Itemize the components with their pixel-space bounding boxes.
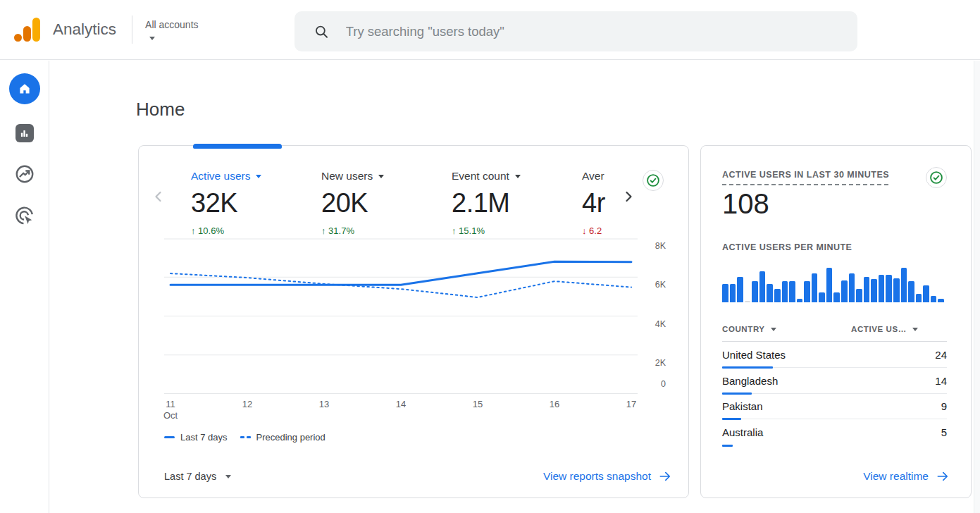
scroll-right-icon[interactable] (620, 188, 637, 205)
search-input[interactable] (345, 23, 850, 40)
minute-bar (819, 292, 825, 302)
x-tick-month-label: Oct (163, 410, 178, 421)
country-column-header[interactable]: COUNTRY (722, 325, 776, 333)
minute-bar (752, 281, 758, 302)
minute-bar (767, 284, 773, 302)
nav-advertising[interactable] (14, 205, 35, 226)
reports-icon (15, 124, 34, 142)
data-quality-icon[interactable] (926, 167, 947, 188)
scroll-left-icon[interactable] (150, 188, 167, 205)
nav-home[interactable] (9, 73, 40, 104)
metric-value: 32K (191, 188, 321, 218)
minute-bar (849, 273, 855, 302)
minute-bar (722, 284, 728, 302)
chevron-down-icon (149, 37, 155, 40)
chevron-down-icon (378, 175, 384, 178)
minute-bar (931, 296, 937, 302)
metrics-carousel: Active users32K↑ 10.6%New users20K↑ 31.7… (150, 170, 637, 236)
minute-bar (886, 275, 892, 302)
country-name: United States (722, 349, 786, 361)
minute-bar (833, 292, 840, 302)
view-realtime-link[interactable]: View realtime (863, 469, 950, 483)
search-bar[interactable] (294, 11, 857, 51)
advertising-icon (14, 205, 35, 226)
x-tick-label: 16 (550, 399, 559, 410)
metric-label: New users (321, 170, 373, 183)
metric-value: 2.1M (452, 188, 582, 218)
arrow-forward-icon (936, 469, 950, 483)
header-divider (132, 16, 132, 44)
x-tick-label: 17 (626, 399, 636, 410)
nav-reports[interactable] (15, 124, 34, 142)
metric-label-row[interactable]: New users (321, 170, 452, 183)
metrics-viewport: Active users32K↑ 10.6%New users20K↑ 31.7… (167, 170, 620, 236)
active-users-column-header[interactable]: ACTIVE US… (851, 325, 918, 333)
metric-aver[interactable]: Aver4r↓ 6.2 (582, 170, 620, 236)
metric-event-count[interactable]: Event count2.1M↑ 15.1% (452, 170, 582, 236)
selected-tab-indicator[interactable] (193, 144, 282, 149)
minute-bar (841, 280, 848, 302)
country-name: Australia (722, 426, 763, 438)
home-icon (9, 73, 40, 104)
sort-caret-icon (771, 328, 776, 331)
app-header: Analytics All accounts (0, 0, 980, 60)
x-tick-label: 12 (242, 399, 252, 410)
metric-label-row[interactable]: Aver (582, 170, 620, 183)
analytics-logo-icon[interactable] (14, 18, 41, 42)
metric-label-row[interactable]: Active users (191, 170, 321, 183)
brand-title[interactable]: Analytics (53, 20, 116, 39)
metric-label-row[interactable]: Event count (452, 170, 582, 183)
view-reports-snapshot-link[interactable]: View reports snapshot (543, 469, 672, 483)
minute-bar (826, 268, 833, 302)
data-quality-icon[interactable] (643, 170, 664, 191)
legend-item-preceding: Preceding period (240, 432, 325, 443)
realtime-title[interactable]: ACTIVE USERS IN LAST 30 MINUTES (722, 170, 889, 185)
dashed-line-swatch-icon (240, 436, 251, 438)
date-range-label: Last 7 days (164, 471, 216, 482)
legend-label: Last 7 days (180, 432, 228, 443)
metric-change: ↑ 31.7% (321, 225, 452, 236)
column-label: ACTIVE US… (851, 325, 907, 333)
x-tick-label: 11Oct (163, 399, 178, 421)
minute-bar (923, 285, 929, 303)
chevron-down-icon (515, 175, 521, 178)
metric-label: Active users (191, 170, 250, 183)
minute-bar (812, 273, 818, 302)
x-axis-labels: 11Oct121314151617 (164, 399, 650, 430)
page-scrollbar[interactable] (974, 61, 980, 513)
arrow-forward-icon (658, 469, 672, 483)
minute-bar (730, 284, 736, 302)
trend-line-chart[interactable] (164, 238, 638, 394)
country-value: 24 (935, 349, 947, 361)
minute-bar (879, 275, 885, 302)
per-minute-bar-chart[interactable] (722, 262, 944, 302)
date-range-select[interactable]: Last 7 days (164, 471, 231, 482)
active-users-count: 108 (722, 188, 769, 220)
metric-active-users[interactable]: Active users32K↑ 10.6% (191, 170, 321, 236)
metric-value: 4r (582, 188, 620, 218)
nav-explore[interactable] (14, 163, 35, 185)
column-label: COUNTRY (722, 325, 765, 333)
chart-legend: Last 7 days Preceding period (164, 432, 325, 443)
metric-label: Aver (582, 170, 604, 183)
account-picker[interactable]: All accounts (145, 19, 198, 40)
page-title: Home (136, 99, 185, 120)
metric-new-users[interactable]: New users20K↑ 31.7% (321, 170, 452, 236)
country-value: 5 (941, 426, 947, 438)
minute-bar (916, 294, 922, 302)
y-tick-label: 4K (655, 319, 666, 329)
link-label: View reports snapshot (543, 470, 651, 483)
realtime-card-footer: View realtime (863, 469, 950, 483)
x-tick-label: 14 (396, 399, 406, 410)
minute-bar (901, 268, 907, 302)
sort-caret-icon (912, 328, 918, 331)
y-tick-label: 6K (655, 280, 666, 290)
minute-bar (797, 299, 803, 302)
per-minute-title: ACTIVE USERS PER MINUTE (722, 242, 852, 252)
minute-bar (856, 289, 862, 302)
overview-snapshot-card: Active users32K↑ 10.6%New users20K↑ 31.7… (138, 145, 689, 498)
nav-rail (0, 61, 49, 513)
country-row: United States24 (722, 342, 947, 368)
y-axis-labels: 8K6K4K2K0 (638, 238, 669, 394)
minute-bar (774, 289, 781, 302)
